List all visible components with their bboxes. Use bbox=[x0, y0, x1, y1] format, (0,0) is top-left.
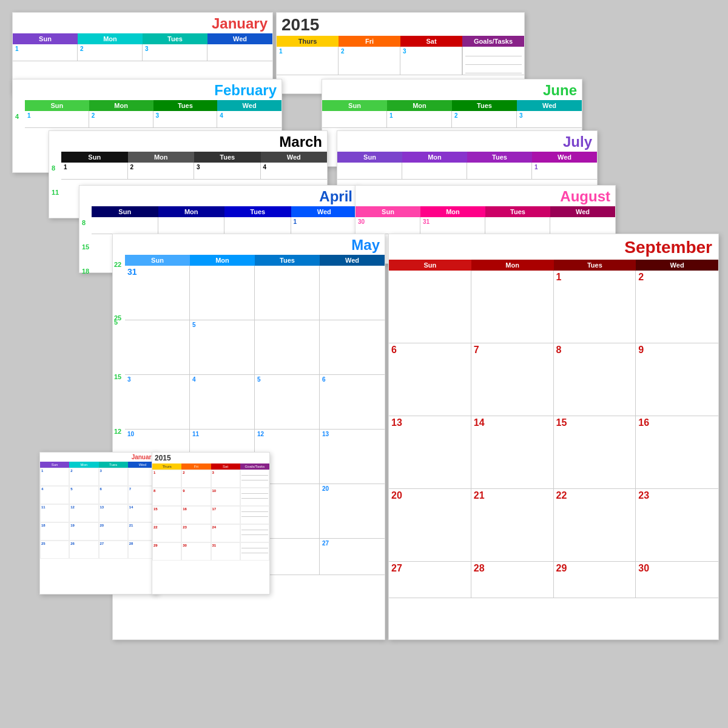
may-cell-e2 bbox=[255, 266, 320, 320]
jun-mon-header: Mon bbox=[387, 100, 452, 111]
sep-cell-15: 15 bbox=[554, 416, 636, 489]
may-cell-6: 6 bbox=[320, 375, 385, 430]
jan-sat-header: Sat bbox=[400, 36, 462, 47]
apr-week-8: 8 bbox=[82, 219, 89, 226]
thumb-jan-c3: 3 bbox=[99, 468, 128, 486]
jan-sun-header: Sun bbox=[13, 33, 78, 44]
thumb-2015-goals1 bbox=[240, 470, 269, 488]
apr-wed-header: Wed bbox=[291, 206, 358, 217]
feb-sun-header: Sun bbox=[25, 100, 89, 111]
sep-sun-header: Sun bbox=[389, 260, 471, 271]
may-title: May bbox=[113, 234, 385, 255]
jan-wed-header: Wed bbox=[207, 33, 272, 44]
thumb-jan-c11: 11 bbox=[40, 504, 69, 522]
feb-week-4: 4 bbox=[15, 113, 19, 120]
may-week-5: 5 bbox=[114, 318, 118, 326]
thumb-jan-c26: 26 bbox=[69, 541, 98, 559]
sep-cell-20: 20 bbox=[389, 489, 471, 562]
thumb-2015-c22: 22 bbox=[152, 524, 181, 542]
mar-sun-header: Sun bbox=[61, 152, 128, 163]
jun-tue-header: Tues bbox=[452, 100, 517, 111]
aug-cell-30: 30 bbox=[356, 217, 420, 234]
mar-cell-3: 3 bbox=[194, 163, 261, 180]
thumb-2015-c16: 16 bbox=[181, 506, 211, 524]
may-cell-e5 bbox=[255, 320, 320, 375]
feb-cell-1: 1 bbox=[25, 111, 89, 128]
jul-mon-header: Mon bbox=[402, 152, 467, 163]
jun-cell-empty1 bbox=[322, 111, 387, 128]
thumbnail-2015: 2015 Thurs Fri Sat Goals/Tasks 1 2 3 8 9… bbox=[152, 452, 270, 595]
jun-cell-1: 1 bbox=[387, 111, 452, 128]
may-cell-20: 20 bbox=[320, 484, 385, 539]
may-cell-31: 31 bbox=[125, 266, 190, 320]
sep-cell-27: 27 bbox=[389, 562, 471, 598]
may-week-22: 22 bbox=[114, 261, 121, 268]
mar-week-8: 8 bbox=[52, 164, 59, 172]
feb-tue-header: Tues bbox=[153, 100, 218, 111]
aug-mon-header: Mon bbox=[420, 206, 485, 217]
sep-cell-21: 21 bbox=[471, 489, 554, 562]
thumb-jan-c4: 4 bbox=[40, 486, 69, 504]
thumb-jan-c12: 12 bbox=[69, 504, 98, 522]
february-title: February bbox=[13, 79, 281, 100]
aug-cell-e1 bbox=[485, 217, 550, 234]
thumb-2015-c23: 23 bbox=[181, 524, 211, 542]
thumb-2015-c29: 29 bbox=[152, 542, 181, 561]
mar-week-11: 11 bbox=[52, 189, 59, 196]
may-cell-27: 27 bbox=[320, 539, 385, 575]
sep-cell-7: 7 bbox=[471, 343, 554, 416]
apr-cell-1: 1 bbox=[291, 217, 358, 234]
thumb-jan-c20: 20 bbox=[99, 522, 128, 541]
thumb-jan-mon: Mon bbox=[69, 462, 98, 468]
thumb-2015-c1: 1 bbox=[152, 470, 181, 488]
jul-wed-header: Wed bbox=[532, 152, 597, 163]
sep-cell-2: 2 bbox=[636, 271, 718, 343]
apr-tue-header: Tues bbox=[224, 206, 291, 217]
thumb-jan-tue: Tues bbox=[99, 462, 128, 468]
sep-tue-header: Tues bbox=[554, 260, 636, 271]
jan-cell-3: 3 bbox=[143, 44, 207, 61]
year-2015-label: 2015 bbox=[281, 15, 319, 35]
apr-week-15: 15 bbox=[82, 243, 89, 251]
thumb-2015-c10: 10 bbox=[211, 488, 240, 506]
jun-cell-3: 3 bbox=[517, 111, 582, 128]
jul-tue-header: Tues bbox=[467, 152, 532, 163]
sep-cell-30: 30 bbox=[636, 562, 718, 598]
thumb-2015-goals2 bbox=[240, 488, 269, 506]
apr-cell-e2 bbox=[158, 217, 225, 234]
thumb-jan-c1: 1 bbox=[40, 468, 69, 486]
aug-tue-header: Tues bbox=[485, 206, 550, 217]
aug-cell-31: 31 bbox=[420, 217, 485, 234]
feb-wed-header: Wed bbox=[217, 100, 281, 111]
aug-wed-header: Wed bbox=[550, 206, 615, 217]
thumb-2015-c8: 8 bbox=[152, 488, 181, 506]
thumb-year-2015: 2015 bbox=[155, 454, 171, 462]
feb-mon-header: Mon bbox=[89, 100, 153, 111]
may-cell-e4 bbox=[125, 320, 190, 375]
may-week-15: 15 bbox=[114, 373, 121, 380]
mar-cell-2: 2 bbox=[128, 163, 195, 180]
may-cell-5b: 5 bbox=[255, 375, 320, 430]
jan-goals-cell bbox=[462, 47, 524, 75]
jan-cell-1: 1 bbox=[13, 44, 78, 61]
sep-cell-23: 23 bbox=[636, 489, 718, 562]
thumb-2015-c3: 3 bbox=[211, 470, 240, 488]
thumb-2015-c2: 2 bbox=[181, 470, 211, 488]
apr-mon-header: Mon bbox=[158, 206, 225, 217]
apr-week-18: 18 bbox=[82, 268, 89, 275]
thumb-2015-goals4 bbox=[240, 524, 269, 542]
jan-goals-header: Goals/Tasks bbox=[462, 36, 524, 47]
may-cell-3: 3 bbox=[125, 375, 190, 430]
sep-wed-header: Wed bbox=[636, 260, 718, 271]
jul-cell-1: 1 bbox=[532, 163, 597, 180]
sep-cell-9: 9 bbox=[636, 343, 718, 416]
may-cell-e1 bbox=[190, 266, 255, 320]
thumb-2015-c17: 17 bbox=[211, 506, 240, 524]
may-wed-header: Wed bbox=[320, 255, 385, 266]
thumb-2015-c9: 9 bbox=[181, 488, 211, 506]
july-title: July bbox=[337, 131, 597, 152]
aug-sun-header: Sun bbox=[356, 206, 420, 217]
jul-cell-e1 bbox=[337, 163, 402, 180]
may-mon-header: Mon bbox=[190, 255, 255, 266]
jun-cell-2: 2 bbox=[452, 111, 517, 128]
